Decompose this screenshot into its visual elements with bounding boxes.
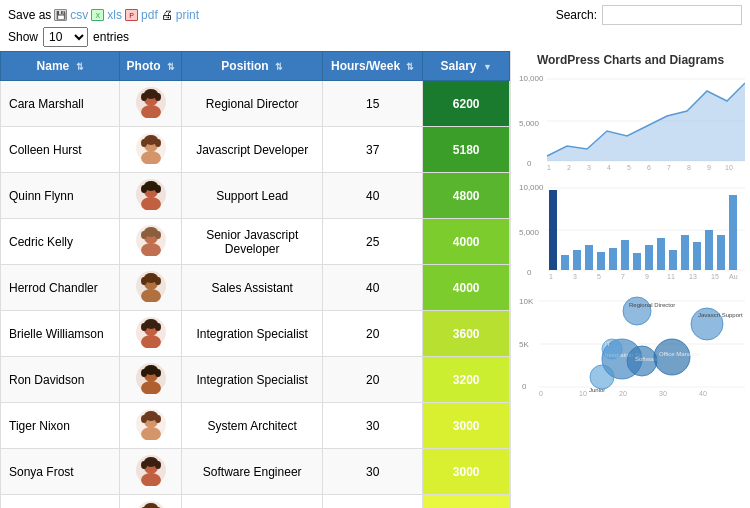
svg-text:0: 0 [527,268,532,277]
svg-text:0: 0 [522,382,527,391]
cell-name: Garrett Winters [1,495,120,509]
cell-salary: 5180 [423,127,510,173]
svg-rect-98 [729,195,737,270]
cell-hours: 25 [323,219,423,265]
svg-rect-96 [705,230,713,270]
cell-name: Herrod Chandler [1,265,120,311]
table-row: Cedric Kelly Senior Javascript Developer… [1,219,510,265]
svg-point-23 [155,231,161,239]
table-row: Cara Marshall Regional Director156200 [1,81,510,127]
cell-hours: 20 [323,357,423,403]
svg-rect-83 [549,190,557,270]
col-hours[interactable]: Hours/Week ⇅ [323,52,423,81]
svg-text:7: 7 [621,273,625,280]
print-link[interactable]: print [176,8,199,22]
svg-text:0: 0 [539,390,543,397]
cell-position: Regional Director [182,81,323,127]
svg-rect-85 [573,250,581,270]
svg-text:1: 1 [549,273,553,280]
svg-text:Junior: Junior [589,387,605,393]
cell-position: Support Lead [182,173,323,219]
svg-text:10,000: 10,000 [519,74,544,83]
cell-hours: 15 [323,81,423,127]
csv-link[interactable]: csv [70,8,88,22]
show-label: Show [8,30,38,44]
svg-text:10: 10 [725,164,733,171]
xls-link[interactable]: xls [107,8,122,22]
col-name[interactable]: Name ⇅ [1,52,120,81]
svg-rect-84 [561,255,569,270]
table-row: Sonya Frost Software Engineer303000 [1,449,510,495]
svg-text:Au: Au [729,273,738,280]
cell-salary: 2800 [423,495,510,509]
cell-photo [120,357,182,403]
cell-name: Cedric Kelly [1,219,120,265]
svg-point-22 [141,231,147,239]
cell-salary: 4000 [423,219,510,265]
svg-point-46 [141,415,147,423]
sort-arrows-name: ⇅ [76,62,84,72]
svg-text:9: 9 [707,164,711,171]
svg-text:13: 13 [689,273,697,280]
cell-photo [120,127,182,173]
data-table-section: Name ⇅ Photo ⇅ Position ⇅ Hours/Week ⇅ S… [0,51,510,508]
bar-chart-svg: 10,000 5,000 0 [517,180,745,280]
svg-text:IT: IT [605,341,611,347]
cell-name: Cara Marshall [1,81,120,127]
cell-photo [120,219,182,265]
cell-hours: 40 [323,173,423,219]
cell-hours: 20 [323,311,423,357]
svg-text:Regional Director: Regional Director [629,302,675,308]
entries-select[interactable]: 102550100 [43,27,88,47]
cell-position: Integration Specialist [182,311,323,357]
col-salary[interactable]: Salary ▼ [423,52,510,81]
svg-text:10K: 10K [519,297,534,306]
cell-position: Sales Assistant [182,265,323,311]
cell-photo [120,403,182,449]
cell-salary: 3000 [423,403,510,449]
cell-photo [120,495,182,509]
cell-photo [120,449,182,495]
table-row: Herrod Chandler Sales Assistant404000 [1,265,510,311]
search-label: Search: [556,8,597,22]
col-photo[interactable]: Photo ⇅ [120,52,182,81]
sort-arrows-pos: ⇅ [275,62,283,72]
svg-text:5: 5 [627,164,631,171]
save-as-label: Save as [8,8,51,22]
svg-text:Javascri Support: Javascri Support [698,312,743,318]
svg-point-34 [141,323,147,331]
table-row: Brielle Williamson Integration Specialis… [1,311,510,357]
cell-name: Ron Davidson [1,357,120,403]
table-row: Tiger Nixon System Architect303000 [1,403,510,449]
svg-rect-90 [633,253,641,270]
svg-rect-93 [669,250,677,270]
chart-panel-title: WordPress Charts and Diagrams [517,53,744,67]
svg-point-5 [155,93,161,101]
save-as-section: Save as 💾 csv X xls P pdf 🖨 print [8,8,199,22]
svg-text:5,000: 5,000 [519,119,540,128]
cell-position: Software Engineer [182,449,323,495]
cell-photo [120,311,182,357]
svg-point-129 [590,365,614,389]
xls-icon: X [91,9,104,21]
svg-rect-87 [597,252,605,270]
sort-arrows-photo: ⇅ [167,62,175,72]
col-position[interactable]: Position ⇅ [182,52,323,81]
pdf-link[interactable]: pdf [141,8,158,22]
cell-salary: 3600 [423,311,510,357]
svg-rect-95 [693,242,701,270]
svg-point-52 [141,461,147,469]
svg-point-29 [155,277,161,285]
svg-rect-91 [645,245,653,270]
sort-arrows-salary: ▼ [483,62,492,72]
search-input[interactable] [602,5,742,25]
bubble-chart: 10K 5K 0 0 10 20 30 40 Regional Director [517,289,744,400]
svg-text:8: 8 [687,164,691,171]
cell-photo [120,81,182,127]
entries-label: entries [93,30,129,44]
table-row: Garrett Winters Accountant352800 [1,495,510,509]
cell-position: Javascript Developer [182,127,323,173]
sort-arrows-hours: ⇅ [406,62,414,72]
cell-hours: 30 [323,449,423,495]
svg-text:5K: 5K [519,340,529,349]
